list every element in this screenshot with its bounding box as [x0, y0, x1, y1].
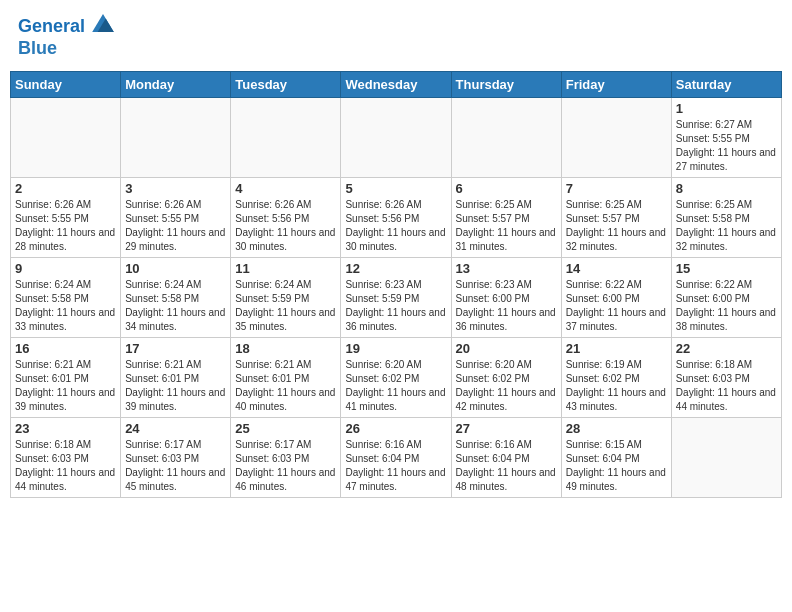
day-info: Sunrise: 6:27 AMSunset: 5:55 PMDaylight:… [676, 118, 777, 174]
calendar-cell: 6Sunrise: 6:25 AMSunset: 5:57 PMDaylight… [451, 178, 561, 258]
day-number: 2 [15, 181, 116, 196]
day-number: 9 [15, 261, 116, 276]
calendar-cell [561, 98, 671, 178]
calendar-cell [451, 98, 561, 178]
day-number: 20 [456, 341, 557, 356]
calendar-week-row: 16Sunrise: 6:21 AMSunset: 6:01 PMDayligh… [11, 338, 782, 418]
calendar-cell: 15Sunrise: 6:22 AMSunset: 6:00 PMDayligh… [671, 258, 781, 338]
calendar-cell: 21Sunrise: 6:19 AMSunset: 6:02 PMDayligh… [561, 338, 671, 418]
calendar-cell: 11Sunrise: 6:24 AMSunset: 5:59 PMDayligh… [231, 258, 341, 338]
day-info: Sunrise: 6:18 AMSunset: 6:03 PMDaylight:… [15, 438, 116, 494]
day-info: Sunrise: 6:25 AMSunset: 5:57 PMDaylight:… [456, 198, 557, 254]
day-info: Sunrise: 6:21 AMSunset: 6:01 PMDaylight:… [235, 358, 336, 414]
day-number: 1 [676, 101, 777, 116]
logo: General Blue [18, 14, 114, 59]
calendar-cell [11, 98, 121, 178]
calendar-cell: 22Sunrise: 6:18 AMSunset: 6:03 PMDayligh… [671, 338, 781, 418]
day-info: Sunrise: 6:22 AMSunset: 6:00 PMDaylight:… [566, 278, 667, 334]
calendar-cell: 1Sunrise: 6:27 AMSunset: 5:55 PMDaylight… [671, 98, 781, 178]
calendar-cell [341, 98, 451, 178]
day-number: 23 [15, 421, 116, 436]
day-number: 27 [456, 421, 557, 436]
day-info: Sunrise: 6:21 AMSunset: 6:01 PMDaylight:… [15, 358, 116, 414]
day-info: Sunrise: 6:16 AMSunset: 6:04 PMDaylight:… [345, 438, 446, 494]
calendar-cell [231, 98, 341, 178]
day-info: Sunrise: 6:24 AMSunset: 5:59 PMDaylight:… [235, 278, 336, 334]
calendar-cell: 2Sunrise: 6:26 AMSunset: 5:55 PMDaylight… [11, 178, 121, 258]
calendar-cell: 8Sunrise: 6:25 AMSunset: 5:58 PMDaylight… [671, 178, 781, 258]
day-number: 24 [125, 421, 226, 436]
day-info: Sunrise: 6:16 AMSunset: 6:04 PMDaylight:… [456, 438, 557, 494]
logo-icon [92, 14, 114, 32]
calendar-cell: 5Sunrise: 6:26 AMSunset: 5:56 PMDaylight… [341, 178, 451, 258]
day-number: 3 [125, 181, 226, 196]
calendar-cell: 27Sunrise: 6:16 AMSunset: 6:04 PMDayligh… [451, 418, 561, 498]
day-info: Sunrise: 6:26 AMSunset: 5:55 PMDaylight:… [125, 198, 226, 254]
day-info: Sunrise: 6:15 AMSunset: 6:04 PMDaylight:… [566, 438, 667, 494]
day-info: Sunrise: 6:20 AMSunset: 6:02 PMDaylight:… [345, 358, 446, 414]
calendar-cell: 17Sunrise: 6:21 AMSunset: 6:01 PMDayligh… [121, 338, 231, 418]
day-info: Sunrise: 6:23 AMSunset: 5:59 PMDaylight:… [345, 278, 446, 334]
day-number: 4 [235, 181, 336, 196]
calendar-cell [671, 418, 781, 498]
day-number: 11 [235, 261, 336, 276]
day-number: 28 [566, 421, 667, 436]
weekday-header-tuesday: Tuesday [231, 72, 341, 98]
calendar-cell: 25Sunrise: 6:17 AMSunset: 6:03 PMDayligh… [231, 418, 341, 498]
calendar-cell: 28Sunrise: 6:15 AMSunset: 6:04 PMDayligh… [561, 418, 671, 498]
day-number: 12 [345, 261, 446, 276]
calendar-week-row: 9Sunrise: 6:24 AMSunset: 5:58 PMDaylight… [11, 258, 782, 338]
calendar-cell: 19Sunrise: 6:20 AMSunset: 6:02 PMDayligh… [341, 338, 451, 418]
day-info: Sunrise: 6:25 AMSunset: 5:58 PMDaylight:… [676, 198, 777, 254]
weekday-header-monday: Monday [121, 72, 231, 98]
weekday-header-sunday: Sunday [11, 72, 121, 98]
day-number: 13 [456, 261, 557, 276]
day-info: Sunrise: 6:26 AMSunset: 5:56 PMDaylight:… [345, 198, 446, 254]
calendar-cell: 18Sunrise: 6:21 AMSunset: 6:01 PMDayligh… [231, 338, 341, 418]
calendar-cell: 23Sunrise: 6:18 AMSunset: 6:03 PMDayligh… [11, 418, 121, 498]
day-number: 15 [676, 261, 777, 276]
calendar-cell: 13Sunrise: 6:23 AMSunset: 6:00 PMDayligh… [451, 258, 561, 338]
day-info: Sunrise: 6:21 AMSunset: 6:01 PMDaylight:… [125, 358, 226, 414]
calendar-cell: 12Sunrise: 6:23 AMSunset: 5:59 PMDayligh… [341, 258, 451, 338]
day-number: 8 [676, 181, 777, 196]
calendar-header-row: SundayMondayTuesdayWednesdayThursdayFrid… [11, 72, 782, 98]
calendar-cell [121, 98, 231, 178]
calendar-table: SundayMondayTuesdayWednesdayThursdayFrid… [10, 71, 782, 498]
day-number: 5 [345, 181, 446, 196]
day-info: Sunrise: 6:18 AMSunset: 6:03 PMDaylight:… [676, 358, 777, 414]
day-info: Sunrise: 6:19 AMSunset: 6:02 PMDaylight:… [566, 358, 667, 414]
calendar-week-row: 23Sunrise: 6:18 AMSunset: 6:03 PMDayligh… [11, 418, 782, 498]
weekday-header-friday: Friday [561, 72, 671, 98]
day-number: 22 [676, 341, 777, 356]
calendar-cell: 10Sunrise: 6:24 AMSunset: 5:58 PMDayligh… [121, 258, 231, 338]
calendar-cell: 14Sunrise: 6:22 AMSunset: 6:00 PMDayligh… [561, 258, 671, 338]
day-info: Sunrise: 6:24 AMSunset: 5:58 PMDaylight:… [15, 278, 116, 334]
day-info: Sunrise: 6:20 AMSunset: 6:02 PMDaylight:… [456, 358, 557, 414]
day-number: 6 [456, 181, 557, 196]
day-number: 7 [566, 181, 667, 196]
day-number: 16 [15, 341, 116, 356]
day-number: 26 [345, 421, 446, 436]
calendar-week-row: 1Sunrise: 6:27 AMSunset: 5:55 PMDaylight… [11, 98, 782, 178]
day-number: 19 [345, 341, 446, 356]
weekday-header-thursday: Thursday [451, 72, 561, 98]
day-info: Sunrise: 6:17 AMSunset: 6:03 PMDaylight:… [125, 438, 226, 494]
day-info: Sunrise: 6:24 AMSunset: 5:58 PMDaylight:… [125, 278, 226, 334]
day-info: Sunrise: 6:17 AMSunset: 6:03 PMDaylight:… [235, 438, 336, 494]
calendar-cell: 4Sunrise: 6:26 AMSunset: 5:56 PMDaylight… [231, 178, 341, 258]
weekday-header-wednesday: Wednesday [341, 72, 451, 98]
calendar-cell: 26Sunrise: 6:16 AMSunset: 6:04 PMDayligh… [341, 418, 451, 498]
day-info: Sunrise: 6:23 AMSunset: 6:00 PMDaylight:… [456, 278, 557, 334]
calendar-week-row: 2Sunrise: 6:26 AMSunset: 5:55 PMDaylight… [11, 178, 782, 258]
calendar-cell: 3Sunrise: 6:26 AMSunset: 5:55 PMDaylight… [121, 178, 231, 258]
logo-text: General Blue [18, 14, 114, 59]
calendar-cell: 16Sunrise: 6:21 AMSunset: 6:01 PMDayligh… [11, 338, 121, 418]
calendar-cell: 24Sunrise: 6:17 AMSunset: 6:03 PMDayligh… [121, 418, 231, 498]
calendar-cell: 7Sunrise: 6:25 AMSunset: 5:57 PMDaylight… [561, 178, 671, 258]
day-number: 25 [235, 421, 336, 436]
weekday-header-saturday: Saturday [671, 72, 781, 98]
day-number: 17 [125, 341, 226, 356]
calendar-cell: 20Sunrise: 6:20 AMSunset: 6:02 PMDayligh… [451, 338, 561, 418]
day-number: 10 [125, 261, 226, 276]
